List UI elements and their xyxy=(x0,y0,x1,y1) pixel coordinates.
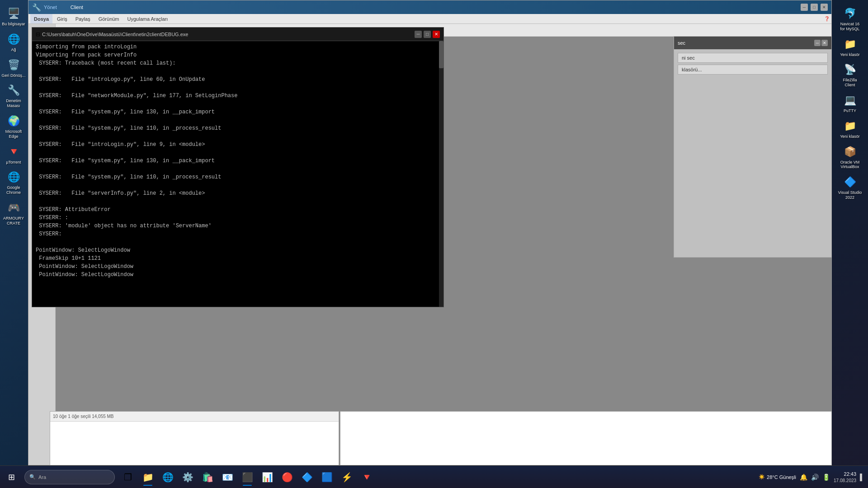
desktop-icon-chrome[interactable]: 🌐 Google Chrome xyxy=(0,168,27,197)
small-window[interactable]: sec ─ ✕ ni sec klasörü... xyxy=(674,36,832,258)
desktop-icon-label: Oracle VM VirtualBox xyxy=(838,160,862,170)
tray-time-text: 22:43 xyxy=(834,471,856,478)
app6-icon: 🔻 xyxy=(361,472,373,483)
solidworks-menu-paylas[interactable]: Paylaş xyxy=(72,14,94,23)
desktop-icon-denetim-masasi[interactable]: 🔧 Denetim Masası xyxy=(0,81,27,110)
small-window-item-2[interactable]: klasörü... xyxy=(678,65,828,75)
putty-icon: 💻 xyxy=(843,93,857,108)
taskbar-app-settings[interactable]: ⚙️ xyxy=(178,468,197,487)
desktop-icon-oracle-vm[interactable]: 📦 Oracle VM VirtualBox xyxy=(837,143,863,172)
desktop-icons-left: 🖥️ Bu bilgisayar 🌐 Ağ 🗑️ Geri Dönüş... 🔧… xyxy=(0,0,27,465)
desktop-icon-navicat[interactable]: 🐬 Navicat 16 for MySQL xyxy=(837,5,863,33)
taskbar-app-store[interactable]: 🛍️ xyxy=(198,468,217,487)
tray-weather: ☀️ 28°C Güneşli xyxy=(759,474,796,480)
small-window-close[interactable]: ✕ xyxy=(821,40,828,46)
desktop-icon-label: Visual Studio 2022 xyxy=(838,190,862,200)
console-body[interactable]: $importing from pack introLogin Vimporti… xyxy=(32,41,443,307)
desktop-icon-label: ARMOURY CRATE xyxy=(1,216,26,226)
taskbar-app-task-view[interactable]: ❐ xyxy=(118,468,137,487)
tray-battery-icon[interactable]: 🔋 xyxy=(822,474,830,481)
console-maximize-btn[interactable]: □ xyxy=(424,31,431,38)
bottom-panel-right[interactable] xyxy=(340,411,832,465)
small-window-body: ni sec klasörü... xyxy=(674,49,831,257)
desktop-icon-putty[interactable]: 💻 PuTTY xyxy=(837,91,863,115)
recycle-icon: 🗑️ xyxy=(6,58,21,72)
solidworks-menu-giris[interactable]: Giriş xyxy=(53,14,71,23)
desktop-icon-label: Denetim Masası xyxy=(1,99,26,108)
browser-icon: 🌐 xyxy=(162,472,174,483)
taskbar-app-app6[interactable]: 🔻 xyxy=(357,468,376,487)
desktop-icon-label: Ağ xyxy=(11,47,16,52)
small-window-title: sec xyxy=(678,40,813,46)
console-title: C:\Users\batuh\OneDrive\Masaüstü\Client\… xyxy=(42,32,413,37)
taskbar-app-app1[interactable]: 📊 xyxy=(258,468,277,487)
search-label: Ara xyxy=(38,474,46,480)
file-explorer-icon: 📁 xyxy=(142,472,154,483)
desktop-icon-visual-studio[interactable]: 🔷 Visual Studio 2022 xyxy=(837,173,863,202)
taskbar-app-mail[interactable]: 📧 xyxy=(218,468,237,487)
taskbar-app-cmd[interactable]: ⬛ xyxy=(238,468,257,487)
bottom-panel-left[interactable]: 10 öğe 1 öğe seçili 14,055 MB xyxy=(50,411,339,465)
taskbar-search[interactable]: 🔍 Ara xyxy=(24,470,115,484)
solidworks-menu-uygulama[interactable]: Uygulama Araçları xyxy=(124,14,172,23)
desktop: 🖥️ Bu bilgisayar 🌐 Ağ 🗑️ Geri Dönüş... 🔧… xyxy=(0,0,868,488)
desktop-icon-utorrent[interactable]: 🔻 µTorrent xyxy=(0,143,27,167)
solidworks-title: Yönet xyxy=(44,5,57,10)
small-window-minimize[interactable]: ─ xyxy=(814,40,821,46)
taskbar-app-app2[interactable]: 🔴 xyxy=(278,468,297,487)
weather-text: 28°C Güneşli xyxy=(767,474,796,480)
desktop-icon-new-folder2[interactable]: 📁 Yeni klasör xyxy=(837,117,863,141)
taskbar: ⊞ 🔍 Ara ❐ 📁 🌐 ⚙️ 🛍️ 📧 xyxy=(0,465,868,488)
taskbar-app-app3[interactable]: 🔷 xyxy=(297,468,316,487)
oracle-vm-icon: 📦 xyxy=(843,145,857,159)
taskbar-app-browser[interactable]: 🌐 xyxy=(158,468,177,487)
taskbar-app-app5[interactable]: ⚡ xyxy=(337,468,356,487)
small-window-item-1[interactable]: ni sec xyxy=(678,53,828,63)
desktop-icon-label: FileZilla Client xyxy=(838,78,862,88)
tray-network-icon[interactable]: 🔔 xyxy=(800,474,807,481)
start-button[interactable]: ⊞ xyxy=(0,466,23,488)
taskbar-tray: ☀️ 28°C Güneşli 🔔 🔊 🔋 22:43 17.08.2023 ▌ xyxy=(755,466,868,488)
desktop-icon-geri-donusum[interactable]: 🗑️ Geri Dönüş... xyxy=(0,56,27,80)
mail-icon: 📧 xyxy=(222,472,233,483)
desktop-icon-bu-bilgisayar[interactable]: 🖥️ Bu bilgisayar xyxy=(0,5,27,28)
store-icon: 🛍️ xyxy=(202,472,213,483)
desktop-icon-label: PuTTY xyxy=(844,108,856,113)
navicat-icon: 🐬 xyxy=(843,6,857,21)
tray-clock[interactable]: 22:43 17.08.2023 xyxy=(834,471,856,483)
solidworks-minimize-btn[interactable]: ─ xyxy=(801,4,808,11)
solidworks-close-btn[interactable]: ✕ xyxy=(821,4,828,11)
console-scrollbar-thumb[interactable] xyxy=(439,41,443,68)
network-icon: 🌐 xyxy=(6,32,21,47)
taskbar-app-app4[interactable]: 🟦 xyxy=(317,468,336,487)
desktop-icons-right: 🐬 Navicat 16 for MySQL 📁 Yeni klasör 📡 F… xyxy=(832,0,868,465)
solidworks-menu-gorunum[interactable]: Görünüm xyxy=(95,14,123,23)
solidworks-title2: Client xyxy=(71,5,83,10)
app2-icon: 🔴 xyxy=(282,472,293,483)
console-window[interactable]: ⊟ C:\Users\batuh\OneDrive\Masaüstü\Clien… xyxy=(32,27,444,307)
solidworks-maximize-btn[interactable]: □ xyxy=(811,4,818,11)
edge-icon: 🌍 xyxy=(6,114,21,128)
new-folder-icon: 📁 xyxy=(843,37,857,52)
armoury-icon: 🎮 xyxy=(6,201,21,215)
search-icon: 🔍 xyxy=(29,474,36,480)
cmd-icon: ⬛ xyxy=(242,472,253,483)
bottom-status-text: 10 öğe 1 öğe seçili 14,055 MB xyxy=(53,414,114,419)
tray-date-text: 17.08.2023 xyxy=(834,478,856,483)
desktop-icon-label: µTorrent xyxy=(6,160,21,165)
desktop-icon-label: Microsoft Edge xyxy=(1,129,26,139)
desktop-icon-ag[interactable]: 🌐 Ağ xyxy=(0,30,27,54)
console-close-btn[interactable]: ✕ xyxy=(433,31,440,38)
desktop-icon-filezilla[interactable]: 📡 FileZilla Client xyxy=(837,61,863,89)
desktop-icon-edge[interactable]: 🌍 Microsoft Edge xyxy=(0,112,27,141)
tray-show-desktop[interactable]: ▌ xyxy=(860,474,864,481)
task-view-icon: ❐ xyxy=(124,472,132,483)
console-scrollbar[interactable] xyxy=(439,41,443,307)
desktop-icon-new-folder1[interactable]: 📁 Yeni klasör xyxy=(837,35,863,59)
taskbar-app-file-explorer[interactable]: 📁 xyxy=(138,468,157,487)
app1-icon: 📊 xyxy=(262,472,273,483)
tray-volume-icon[interactable]: 🔊 xyxy=(811,474,819,481)
console-minimize-btn[interactable]: ─ xyxy=(415,31,422,38)
solidworks-menu-dosya[interactable]: Dosya xyxy=(30,14,52,23)
desktop-icon-armoury[interactable]: 🎮 ARMOURY CRATE xyxy=(0,199,27,228)
